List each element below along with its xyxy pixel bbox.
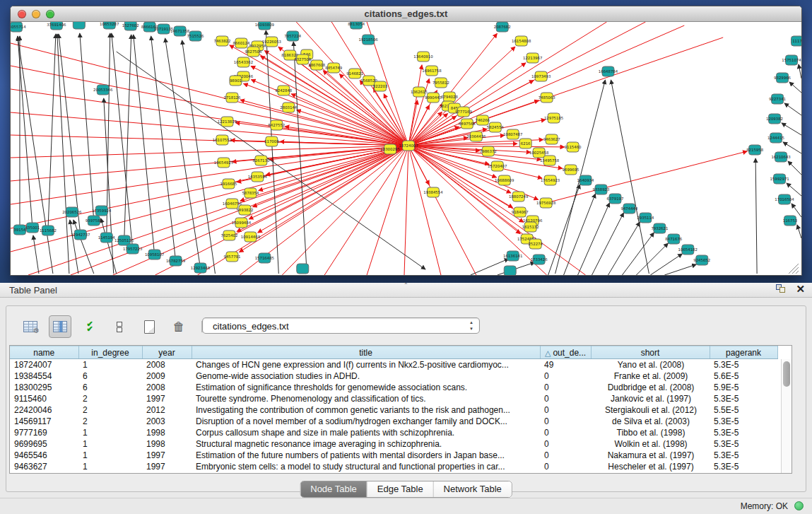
tab-node-table[interactable]: Node Table <box>300 481 367 497</box>
table-cell[interactable]: 6 <box>78 382 142 393</box>
graph-node[interactable]: 5493822 <box>236 205 253 215</box>
graph-node[interactable]: 7857224 <box>284 31 301 41</box>
graph-node[interactable]: 8215958 <box>746 145 763 155</box>
graph-node[interactable]: 9146821 <box>346 69 363 78</box>
graph-node[interactable]: 12975185 <box>544 113 563 123</box>
table-cell[interactable]: 1 <box>78 359 142 370</box>
citation-edge-black[interactable] <box>789 82 801 93</box>
table-cell[interactable]: 2 <box>78 404 142 416</box>
citation-edge-red[interactable] <box>11 66 408 146</box>
citation-edge-red[interactable] <box>11 146 408 204</box>
citation-edge-black[interactable] <box>112 33 133 249</box>
table-cell[interactable]: 2 <box>78 416 142 427</box>
graph-node[interactable]: 7932621 <box>651 223 668 233</box>
graph-node[interactable]: 16782759 <box>166 256 186 266</box>
graph-node[interactable]: 746266 <box>476 115 490 125</box>
graph-node[interactable]: 8427552 <box>268 120 285 130</box>
graph-node[interactable]: 10807487 <box>503 129 522 139</box>
graph-node[interactable]: 7515526 <box>187 31 204 41</box>
citation-edge-red[interactable] <box>296 22 408 146</box>
float-panel-icon[interactable] <box>776 284 786 293</box>
graph-node[interactable]: 9242848 <box>275 86 292 95</box>
graph-node[interactable]: 10653287 <box>100 22 119 29</box>
citation-edge-black[interactable] <box>564 194 596 275</box>
graph-node[interactable]: 2935114 <box>637 213 654 223</box>
table-cell[interactable]: Jankovic et al. (1997) <box>591 393 710 404</box>
citation-edge-black[interactable] <box>784 103 801 115</box>
table-cell[interactable]: 1 <box>78 438 142 450</box>
table-cell[interactable]: 0 <box>540 370 591 382</box>
graph-node[interactable]: 9457791 <box>223 252 240 262</box>
graph-node[interactable]: 1244415 <box>767 133 784 143</box>
table-cell[interactable]: 2008 <box>142 382 192 393</box>
graph-node[interactable]: 1117 <box>792 36 801 46</box>
table-cell[interactable]: Yano et al. (2008) <box>591 359 710 370</box>
table-row[interactable]: 1872400712008Changes of HCN gene express… <box>10 359 777 370</box>
window-titlebar[interactable]: citations_edges.txt <box>11 6 801 22</box>
graph-node[interactable]: 9463627 <box>543 134 560 144</box>
citation-edge-black[interactable] <box>48 34 56 230</box>
graph-node[interactable]: 2087682 <box>494 22 511 32</box>
citation-edge-black[interactable] <box>797 225 801 238</box>
citation-edge-black[interactable] <box>788 161 801 175</box>
table-cell[interactable]: 1997 <box>142 450 192 461</box>
table-cell[interactable]: 2003 <box>142 416 192 427</box>
graph-node[interactable]: 7625402 <box>220 230 237 240</box>
col-in-degree[interactable]: in_degree <box>78 346 142 359</box>
graph-node[interactable]: 17016504 <box>775 194 794 204</box>
table-cell[interactable]: 0 <box>540 438 591 450</box>
table-cell[interactable]: 22420046 <box>10 404 78 416</box>
table-cell[interactable]: 9115460 <box>10 393 78 404</box>
graph-node[interactable]: 19218506 <box>358 35 378 45</box>
table-cell[interactable]: Hescheler et al. (1997) <box>591 461 710 472</box>
graph-node[interactable]: 16543362 <box>234 57 253 67</box>
table-cell[interactable]: Nakamura et al. (1997) <box>591 450 710 461</box>
graph-node[interactable]: 835001 <box>25 223 40 233</box>
tab-network-table[interactable]: Network Table <box>434 481 512 497</box>
citation-edge-black[interactable] <box>611 80 649 274</box>
graph-node[interactable]: 7986372 <box>480 146 497 156</box>
col-year[interactable]: year <box>142 346 192 359</box>
table-cell[interactable]: 9777169 <box>10 427 78 438</box>
table-cell[interactable]: 5.3E-5 <box>710 359 777 370</box>
graph-node[interactable]: 1527602 <box>122 22 139 30</box>
table-row[interactable]: 1456911722003Disruption of a novel membe… <box>10 416 777 427</box>
citation-edge-black[interactable] <box>755 158 757 274</box>
table-cell[interactable]: 2012 <box>142 404 192 416</box>
graph-node[interactable]: 8454749 <box>325 63 342 73</box>
table-cell[interactable]: 0 <box>540 427 591 438</box>
table-cell[interactable]: Disruption of a novel member of a sodium… <box>192 416 540 427</box>
col-short[interactable]: short <box>591 346 710 359</box>
citation-edge-black[interactable] <box>73 220 94 274</box>
table-cell[interactable]: 5.3E-5 <box>710 416 777 427</box>
select-columns-button[interactable]: ✔✔ <box>78 315 101 338</box>
citation-edge-black[interactable] <box>782 123 801 135</box>
col-out-degree[interactable]: △out_de... <box>540 346 591 359</box>
graph-node[interactable]: 1615132 <box>522 222 539 232</box>
col-name[interactable]: name <box>10 346 78 359</box>
graph-node[interactable]: 16093809 <box>255 22 275 30</box>
graph-node[interactable]: 16210643 <box>771 152 790 162</box>
table-row[interactable]: 911546021997Tourette syndrome. Phenomeno… <box>10 393 777 404</box>
table-cell[interactable]: Estimation of the future numbers of pati… <box>192 450 540 461</box>
citation-edge-black[interactable] <box>622 233 654 275</box>
citation-edge-black[interactable] <box>18 37 53 274</box>
graph-node[interactable]: 19756928 <box>536 198 556 208</box>
citation-edge-black[interactable] <box>70 220 78 274</box>
graph-node[interactable]: 8813054 <box>348 22 365 29</box>
graph-node[interactable]: 20053346 <box>93 85 113 95</box>
citation-edge-black[interactable] <box>787 183 801 196</box>
scrollbar-thumb[interactable] <box>783 361 790 387</box>
graph-node[interactable]: 6216 <box>519 139 531 148</box>
new-table-button[interactable] <box>138 315 160 338</box>
table-selector-dropdown[interactable]: citations_edges.txt ▲▼ <box>202 317 480 334</box>
graph-node[interactable]: 10654182 <box>678 245 698 255</box>
table-cell[interactable]: 9699695 <box>10 438 78 450</box>
graph-node[interactable]: 1640934 <box>577 175 594 185</box>
graph-node[interactable]: 1145194 <box>98 233 115 243</box>
network-canvas[interactable]: 1405571437691406106532871527602846616010… <box>11 22 801 275</box>
citation-edge-red[interactable] <box>11 43 408 146</box>
graph-node[interactable]: 15992971 <box>770 174 789 184</box>
graph-node[interactable]: 20206526 <box>62 207 82 217</box>
table-cell[interactable]: Investigating the contribution of common… <box>192 404 540 416</box>
